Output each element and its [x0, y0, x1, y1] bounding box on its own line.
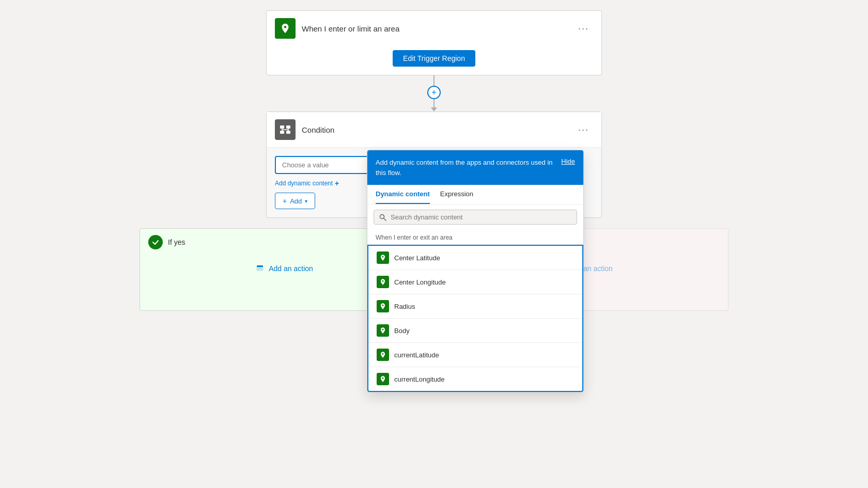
dynamic-item-label: Radius	[394, 303, 415, 310]
dynamic-item[interactable]: Center Latitude	[368, 246, 582, 270]
add-step-button-1[interactable]: +	[427, 86, 441, 99]
search-dynamic-content-input[interactable]	[391, 213, 571, 221]
svg-rect-1	[286, 125, 290, 129]
trigger-more-button[interactable]: ···	[574, 21, 593, 36]
svg-rect-0	[280, 125, 284, 129]
arrow-down-1	[431, 107, 437, 112]
location-icon	[280, 23, 291, 34]
condition-icon-box	[275, 119, 296, 140]
trigger-card: When I enter or limit an area ··· Edit T…	[266, 10, 602, 75]
trigger-icon	[275, 18, 296, 39]
add-condition-button[interactable]: + Add ▾	[275, 193, 315, 209]
trigger-title: When I enter or limit an area	[302, 24, 568, 33]
dynamic-panel-description: Add dynamic content from the apps and co…	[376, 158, 555, 178]
svg-rect-2	[280, 131, 284, 134]
dynamic-content-panel: Add dynamic content from the apps and co…	[367, 150, 584, 392]
svg-line-12	[384, 218, 386, 221]
svg-rect-7	[257, 266, 263, 271]
dynamic-item[interactable]: Center Longitude	[368, 270, 582, 294]
dynamic-item[interactable]: currentLongitude	[368, 367, 582, 391]
dynamic-item[interactable]: Body	[368, 319, 582, 343]
dynamic-item[interactable]: Radius	[368, 294, 582, 319]
checkmark-icon	[148, 235, 163, 249]
connector-1: +	[427, 75, 441, 112]
location-item-icon	[377, 251, 389, 264]
tab-dynamic-content[interactable]: Dynamic content	[376, 185, 430, 204]
add-action-icon	[255, 264, 265, 273]
dynamic-item-label: Center Latitude	[394, 254, 440, 262]
svg-rect-8	[257, 265, 263, 267]
flow-canvas: When I enter or limit an area ··· Edit T…	[0, 0, 868, 488]
search-container	[374, 210, 577, 225]
add-dynamic-content-button[interactable]: Add dynamic content +	[275, 179, 339, 187]
edit-trigger-button[interactable]: Edit Trigger Region	[393, 50, 475, 67]
condition-title: Condition	[302, 125, 568, 134]
condition-icon	[278, 122, 292, 137]
location-item-icon	[377, 373, 389, 385]
svg-point-11	[380, 214, 384, 218]
dynamic-item[interactable]: currentLatitude	[368, 343, 582, 367]
plus-icon: +	[335, 179, 339, 187]
location-item-icon	[377, 324, 389, 337]
if-yes-label: If yes	[168, 238, 185, 246]
add-action-if-yes-button[interactable]: Add an action	[255, 264, 313, 273]
connector-line-2	[433, 99, 435, 107]
chevron-down-icon: ▾	[305, 198, 307, 204]
choose-value-input[interactable]	[275, 156, 378, 174]
connector-line-1	[433, 75, 435, 86]
dynamic-item-label: Body	[394, 327, 410, 335]
dynamic-item-label: Center Longitude	[394, 278, 446, 286]
svg-rect-3	[286, 131, 290, 134]
tab-expression[interactable]: Expression	[440, 185, 473, 204]
location-item-icon	[377, 276, 389, 288]
dynamic-panel-tabs: Dynamic content Expression	[367, 185, 583, 204]
add-icon: +	[283, 197, 287, 205]
dynamic-item-label: currentLatitude	[394, 351, 439, 359]
location-item-icon	[377, 300, 389, 312]
dynamic-items-list: Center LatitudeCenter LongitudeRadiusBod…	[367, 245, 583, 392]
dynamic-item-label: currentLongitude	[394, 375, 445, 383]
hide-dynamic-panel-button[interactable]: Hide	[561, 158, 575, 165]
search-icon	[379, 214, 386, 221]
section-header: When I enter or exit an area	[367, 230, 583, 245]
location-item-icon	[377, 349, 389, 361]
condition-more-button[interactable]: ···	[574, 122, 593, 137]
